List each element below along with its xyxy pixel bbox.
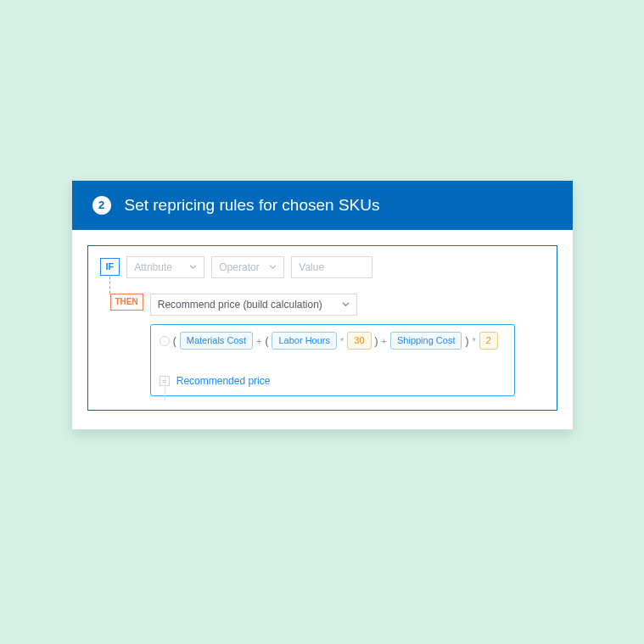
action-select[interactable]: Recommend price (build calculation) [150,294,357,316]
operator-placeholder: Operator [219,261,259,273]
then-row: THEN Recommend price (build calculation)… [100,294,545,396]
token-rate[interactable]: 30 [347,332,371,350]
repricing-card: 2 Set repricing rules for chosen SKUs IF… [72,181,573,429]
formula-result-row: = Recommended price [160,375,506,387]
action-label: Recommend price (build calculation) [158,299,322,311]
operator-select[interactable]: Operator [211,256,284,278]
formula-wrap: · ( Materials Cost + ( Labor Hours * 30 … [160,332,506,350]
step-header: 2 Set repricing rules for chosen SKUs [72,181,573,230]
then-content: Recommend price (build calculation) · ( … [150,294,515,396]
attribute-select[interactable]: Attribute [126,256,204,278]
then-tag-column: THEN [110,294,143,311]
value-input[interactable]: Value [291,256,372,278]
token-multiplier[interactable]: 2 [479,332,498,350]
formula-node-icon: · [160,336,170,346]
open-paren: ( [173,335,176,347]
step-number-badge: 2 [92,196,111,215]
close-paren: ) [375,335,378,347]
formula-expression: · ( Materials Cost + ( Labor Hours * 30 … [160,332,506,350]
chevron-down-icon [189,261,197,273]
value-placeholder: Value [299,261,324,273]
card-body: IF Attribute Operator Value [72,230,573,429]
multiply-operator: * [340,336,344,346]
if-then-connector [109,277,110,294]
chevron-down-icon [269,261,277,273]
if-tag: IF [100,258,120,276]
attribute-placeholder: Attribute [134,261,172,273]
token-labor-hours[interactable]: Labor Hours [272,332,337,350]
if-row: IF Attribute Operator Value [100,256,545,278]
step-number: 2 [98,199,104,211]
plus-operator: + [256,336,261,346]
header-title: Set repricing rules for chosen SKUs [125,196,380,215]
rule-panel: IF Attribute Operator Value [87,245,557,411]
then-tag: THEN [110,294,143,311]
token-materials-cost[interactable]: Materials Cost [180,332,253,350]
multiply-operator: * [472,336,475,346]
plus-operator: + [382,336,387,346]
formula-builder[interactable]: · ( Materials Cost + ( Labor Hours * 30 … [150,324,515,396]
open-paren: ( [265,335,268,347]
formula-vertical-connector [165,375,165,400]
token-shipping-cost[interactable]: Shipping Cost [390,332,462,350]
close-paren: ) [465,335,468,347]
result-label: Recommended price [176,375,271,387]
chevron-down-icon [342,299,350,311]
